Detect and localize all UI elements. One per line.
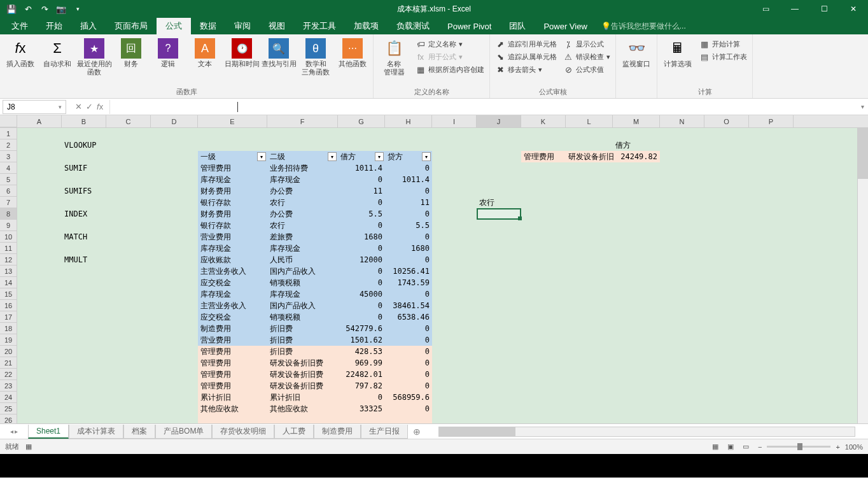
data-cell[interactable]: 制造费用	[198, 323, 267, 334]
redo-icon[interactable]: ↷	[37, 1, 52, 17]
data-cell[interactable]: 568959.6	[385, 392, 432, 403]
horizontal-scrollbar[interactable]	[438, 427, 855, 437]
filter-arrow-H[interactable]: ▾	[422, 152, 431, 161]
data-cell[interactable]: 0	[385, 208, 432, 220]
sheet-tab-5[interactable]: 人工费	[274, 425, 314, 439]
row-header-7[interactable]: 7	[0, 197, 17, 208]
function-name-cell[interactable]: MMULT	[62, 254, 106, 266]
data-cell[interactable]: 应交税金	[198, 277, 267, 288]
data-cell[interactable]: 农行	[267, 197, 338, 208]
cancel-icon[interactable]: ✕	[75, 102, 82, 111]
fx-icon[interactable]: fx	[97, 102, 103, 111]
financial-button[interactable]: 回财务	[113, 36, 149, 68]
zoom-in-icon[interactable]: +	[836, 443, 839, 451]
use-formula-button[interactable]: fx用于公式 ▾	[413, 51, 487, 62]
row-header-12[interactable]: 12	[0, 254, 17, 266]
undo-icon[interactable]: ↶	[20, 1, 36, 17]
row-header-21[interactable]: 21	[0, 357, 17, 369]
col-header-A[interactable]: A	[17, 115, 62, 127]
tab-formulas[interactable]: 公式	[157, 18, 191, 34]
data-cell[interactable]: 797.82	[338, 380, 385, 392]
filter-arrow-F[interactable]: ▾	[328, 152, 337, 161]
define-name-button[interactable]: 🏷定义名称 ▾	[413, 38, 487, 50]
minimize-icon[interactable]: ―	[780, 0, 809, 18]
data-cell[interactable]: 研发设备折旧费	[267, 357, 338, 369]
data-cell[interactable]: 0	[338, 311, 385, 323]
tab-addins[interactable]: 加载项	[345, 18, 388, 34]
data-cell[interactable]: 0	[385, 254, 432, 266]
data-cell[interactable]: 1743.59	[385, 277, 432, 288]
data-cell[interactable]: 销项税额	[267, 277, 338, 288]
tell-me-search[interactable]: 💡 告诉我您想要做什么...	[601, 18, 686, 34]
data-cell[interactable]: 库存现金	[198, 288, 267, 300]
col-header-P[interactable]: P	[749, 115, 794, 127]
data-cell[interactable]: 国内产品收入	[267, 266, 338, 277]
data-cell[interactable]: 应交税金	[198, 311, 267, 323]
data-cell[interactable]: 0	[338, 277, 385, 288]
col-header-M[interactable]: M	[613, 115, 660, 127]
data-cell[interactable]: 销项税额	[267, 311, 338, 323]
col-header-J[interactable]: J	[477, 115, 521, 127]
hscroll-thumb[interactable]	[439, 427, 515, 436]
data-cell[interactable]: 1011.4	[338, 162, 385, 174]
close-icon[interactable]: ✕	[839, 0, 868, 18]
data-cell[interactable]: 0	[385, 357, 432, 369]
camera-icon[interactable]: 📷	[53, 1, 69, 17]
data-cell[interactable]: 管理费用	[198, 369, 267, 380]
save-icon[interactable]: 💾	[4, 1, 19, 17]
enter-icon[interactable]: ✓	[86, 102, 93, 111]
row-header-2[interactable]: 2	[0, 139, 17, 151]
data-cell[interactable]: 办公费	[267, 208, 338, 220]
data-cell[interactable]: 1680	[385, 243, 432, 254]
data-cell[interactable]: 库存现金	[198, 243, 267, 254]
data-cell[interactable]: 10256.41	[385, 266, 432, 277]
data-cell[interactable]: 0	[385, 346, 432, 357]
data-cell[interactable]: 管理费用	[198, 346, 267, 357]
tab-powerview[interactable]: Power View	[535, 18, 596, 34]
data-cell[interactable]: 0	[385, 231, 432, 243]
col-header-C[interactable]: C	[106, 115, 151, 127]
tab-data[interactable]: 数据	[191, 18, 225, 34]
side-agri-bank[interactable]: 农行	[477, 197, 521, 208]
data-cell[interactable]: 管理费用	[198, 162, 267, 174]
row-header-15[interactable]: 15	[0, 288, 17, 300]
view-page-break-icon[interactable]: ▭	[739, 441, 753, 453]
side-mgmt-fee[interactable]: 管理费用	[521, 151, 566, 162]
data-cell[interactable]: 其他应收款	[198, 403, 267, 415]
row-header-17[interactable]: 17	[0, 311, 17, 323]
filter-arrow-E[interactable]: ▾	[257, 152, 266, 161]
data-cell[interactable]: 1011.4	[385, 174, 432, 185]
remove-arrows-button[interactable]: ✖移去箭头 ▾	[493, 64, 559, 75]
function-name-cell[interactable]: VLOOKUP	[62, 139, 106, 151]
sheet-tab-1[interactable]: 成本计算表	[69, 425, 123, 439]
data-cell[interactable]: 差旅费	[267, 231, 338, 243]
view-page-layout-icon[interactable]: ▣	[724, 441, 738, 453]
recent-functions-button[interactable]: ★最近使用的 函数	[76, 36, 112, 76]
data-cell[interactable]: 0	[338, 266, 385, 277]
data-cell[interactable]: 主营业务收入	[198, 266, 267, 277]
col-header-F[interactable]: F	[267, 115, 338, 127]
zoom-slider-thumb[interactable]	[797, 443, 802, 450]
data-cell[interactable]: 1680	[338, 231, 385, 243]
maximize-icon[interactable]: ☐	[809, 0, 839, 18]
tab-team[interactable]: 团队	[500, 18, 535, 34]
math-button[interactable]: θ数学和 三角函数	[298, 36, 333, 76]
zoom-out-icon[interactable]: −	[758, 443, 762, 451]
logical-button[interactable]: ?逻辑	[150, 36, 186, 68]
side-header-debit[interactable]: 借方	[613, 139, 660, 151]
data-cell[interactable]: 0	[338, 392, 385, 403]
tab-powerpivot[interactable]: Power Pivot	[438, 18, 500, 34]
view-normal-icon[interactable]: ▦	[708, 441, 722, 453]
insert-function-button[interactable]: fx插入函数	[3, 36, 38, 68]
sheet-tab-6[interactable]: 制造费用	[314, 425, 361, 439]
lookup-button[interactable]: 🔍查找与引用	[261, 36, 297, 68]
row-header-19[interactable]: 19	[0, 334, 17, 346]
name-box[interactable]: J8▾	[3, 100, 66, 114]
data-cell[interactable]: 0	[385, 380, 432, 392]
function-name-cell[interactable]: SUMIF	[62, 162, 106, 174]
data-cell[interactable]: 542779.6	[338, 323, 385, 334]
formula-input[interactable]	[110, 100, 857, 114]
data-cell[interactable]: 11	[338, 185, 385, 197]
data-cell[interactable]: 折旧费	[267, 346, 338, 357]
function-name-cell[interactable]: MATCH	[62, 231, 106, 243]
